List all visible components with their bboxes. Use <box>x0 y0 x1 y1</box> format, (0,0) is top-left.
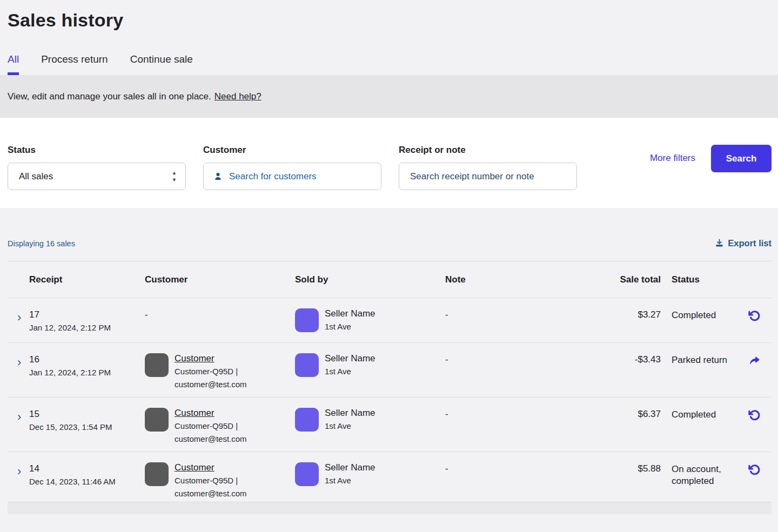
customer-email: customer@test.com <box>175 488 247 499</box>
receipt-number: 17 <box>29 309 145 320</box>
customer-cell: Customer Customer-Q95D | customer@test.c… <box>145 353 295 390</box>
tab-all[interactable]: All <box>8 53 19 75</box>
customer-avatar <box>145 462 169 486</box>
customer-avatar <box>145 353 169 377</box>
customer-link[interactable]: Customer <box>175 462 214 473</box>
customer-email: customer@test.com <box>175 434 247 445</box>
status-text: Parked return <box>661 354 737 366</box>
customer-link[interactable]: Customer <box>175 353 214 364</box>
seller-avatar <box>295 308 319 332</box>
sale-total: $5.88 <box>594 463 661 474</box>
outlet-name: 1st Ave <box>325 475 375 486</box>
receipt-date: Jan 12, 2024, 2:12 PM <box>29 322 145 333</box>
customer-cell: Customer Customer-Q95D | customer@test.c… <box>145 408 295 445</box>
status-label: Status <box>8 145 186 156</box>
table-header-row: Receipt Customer Sold by Note Sale total… <box>8 261 772 298</box>
seller-name: Seller Name <box>325 308 375 319</box>
forward-arrow-icon <box>748 354 761 367</box>
col-receipt: Receipt <box>29 274 145 285</box>
col-sold-by: Sold by <box>295 274 445 285</box>
sold-by-cell: Seller Name 1st Ave <box>295 462 445 486</box>
receipt-date: Jan 12, 2024, 2:12 PM <box>29 367 145 378</box>
seller-name: Seller Name <box>325 462 375 473</box>
col-sale-total: Sale total <box>594 274 661 285</box>
seller-avatar <box>295 462 319 486</box>
customer-search-input[interactable] <box>229 163 373 190</box>
chevron-right-icon[interactable]: › <box>17 312 21 324</box>
tab-process-return[interactable]: Process return <box>41 53 108 75</box>
receipt-search-input[interactable] <box>410 163 569 190</box>
customer-cell: - <box>145 309 295 320</box>
table-row[interactable]: › 15 Dec 15, 2023, 1:54 PM Customer Cust… <box>8 398 772 452</box>
return-sale-button[interactable] <box>747 462 762 477</box>
export-list-label: Export list <box>728 238 772 248</box>
customer-email: customer@test.com <box>175 379 247 390</box>
table-row[interactable]: › 17 Jan 12, 2024, 2:12 PM - Seller Name… <box>8 298 772 343</box>
sales-table: Receipt Customer Sold by Note Sale total… <box>8 261 772 514</box>
info-banner: View, edit and manage your sales all in … <box>0 75 778 118</box>
receipt-search-box <box>399 163 577 190</box>
chevron-right-icon[interactable]: › <box>17 466 21 477</box>
status-filter-group: Status All sales ▲▼ <box>8 145 186 190</box>
sold-by-cell: Seller Name 1st Ave <box>295 308 445 332</box>
rotate-ccw-icon <box>748 409 761 421</box>
rotate-ccw-icon <box>748 463 761 476</box>
seller-name: Seller Name <box>325 408 375 419</box>
export-list-button[interactable]: Export list <box>715 238 772 248</box>
chevron-right-icon[interactable]: › <box>17 411 21 423</box>
note-cell: - <box>445 409 594 420</box>
next-row-partial <box>8 502 772 514</box>
seller-name: Seller Name <box>325 353 375 364</box>
receipt-number: 16 <box>29 354 145 365</box>
status-text: On account, completed <box>661 463 737 487</box>
sale-total: $6.37 <box>594 409 661 420</box>
continue-sale-button[interactable] <box>747 353 762 368</box>
search-button[interactable]: Search <box>711 145 772 172</box>
sales-history-page: Sales history All Process return Continu… <box>0 0 778 532</box>
customer-search-box <box>203 163 381 190</box>
customer-code: Customer-Q95D | <box>175 475 247 486</box>
sold-by-cell: Seller Name 1st Ave <box>295 408 445 432</box>
receipt-note-label: Receipt or note <box>399 145 577 156</box>
table-row[interactable]: › 16 Jan 12, 2024, 2:12 PM Customer Cust… <box>8 343 772 398</box>
customer-filter-group: Customer <box>203 145 381 190</box>
customer-code: Customer-Q95D | <box>175 366 247 377</box>
return-sale-button[interactable] <box>747 408 762 422</box>
note-cell: - <box>445 309 594 320</box>
results-summary: Displaying 16 sales <box>8 239 75 248</box>
more-filters-link[interactable]: More filters <box>650 153 695 164</box>
download-icon <box>715 239 724 248</box>
seller-avatar <box>295 408 319 432</box>
page-header: Sales history All Process return Continu… <box>0 0 778 75</box>
rotate-ccw-icon <box>748 309 761 322</box>
receipt-filter-group: Receipt or note <box>399 145 577 190</box>
table-row[interactable]: › 14 Dec 14, 2023, 11:46 AM Customer Cus… <box>8 452 772 502</box>
status-select-value: All sales <box>19 171 53 182</box>
list-toolbar: Displaying 16 sales Export list <box>8 238 772 248</box>
status-select[interactable]: All sales ▲▼ <box>8 163 186 190</box>
receipt-number: 14 <box>29 463 145 474</box>
receipt-date: Dec 14, 2023, 11:46 AM <box>29 476 145 487</box>
tab-continue-sale[interactable]: Continue sale <box>130 53 193 75</box>
chevron-up-down-icon: ▲▼ <box>172 171 177 183</box>
need-help-link[interactable]: Need help? <box>214 91 261 102</box>
customer-link[interactable]: Customer <box>175 408 214 419</box>
page-title: Sales history <box>8 10 770 31</box>
customer-label: Customer <box>203 145 381 156</box>
banner-text: View, edit and manage your sales all in … <box>8 91 211 102</box>
chevron-right-icon[interactable]: › <box>17 356 21 368</box>
customer-avatar <box>145 408 169 432</box>
sold-by-cell: Seller Name 1st Ave <box>295 353 445 377</box>
sale-total: $3.27 <box>594 309 661 320</box>
note-cell: - <box>445 463 594 474</box>
status-text: Completed <box>661 309 737 321</box>
sales-list-section: Displaying 16 sales Export list Receipt … <box>0 208 778 532</box>
col-status: Status <box>661 274 737 285</box>
col-note: Note <box>445 274 594 285</box>
tab-bar: All Process return Continue sale <box>8 53 770 75</box>
filters-section: Status All sales ▲▼ Customer Receipt or … <box>0 118 778 208</box>
customer-cell: Customer Customer-Q95D | customer@test.c… <box>145 462 295 500</box>
return-sale-button[interactable] <box>747 308 762 323</box>
seller-avatar <box>295 353 319 377</box>
outlet-name: 1st Ave <box>325 421 375 432</box>
